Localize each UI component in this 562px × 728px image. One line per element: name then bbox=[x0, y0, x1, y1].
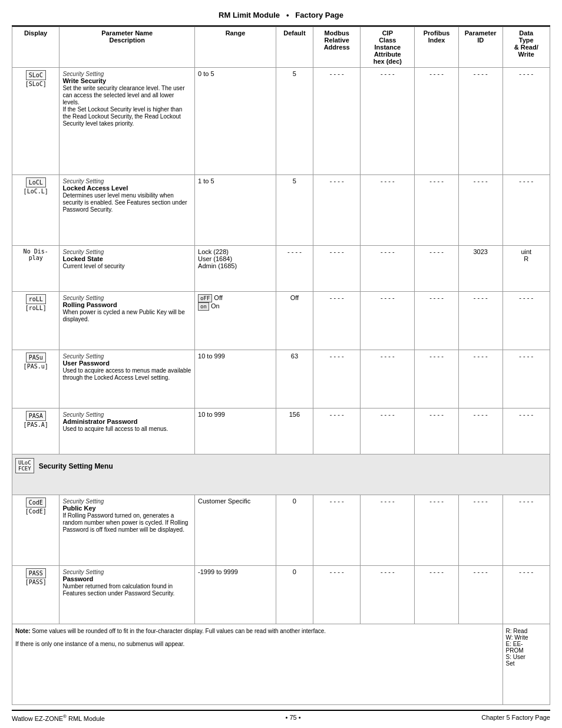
display-cell: PASu [PAS.u] bbox=[15, 353, 56, 370]
param-category: Security Setting bbox=[62, 295, 104, 301]
param-col: Security Setting Password Number returne… bbox=[59, 566, 195, 624]
modbus-col: - - - - bbox=[313, 175, 361, 246]
paramid-col: - - - - bbox=[458, 350, 503, 409]
param-desc: Used to acquire full access to all menus… bbox=[62, 426, 168, 432]
display-bracket: [SLoC] bbox=[25, 81, 47, 87]
param-category: Security Setting bbox=[62, 249, 104, 255]
display-col: No Dis-play bbox=[12, 245, 59, 291]
param-col: Security Setting Rolling Password When p… bbox=[59, 292, 195, 350]
range-col: 0 to 5 bbox=[195, 68, 276, 175]
section-display: ULoCFCEY bbox=[15, 458, 34, 474]
display-col: SLoC [SLoC] bbox=[12, 68, 59, 175]
display-cell: SLoC [SLoC] bbox=[15, 70, 56, 87]
display-box: CodE bbox=[26, 498, 46, 508]
param-category: Security Setting bbox=[62, 71, 104, 77]
header-title: RM Limit Module bbox=[219, 11, 280, 19]
range-col: Lock (228)User (1684)Admin (1685) bbox=[195, 245, 276, 291]
col-header-datatype: DataType& Read/Write bbox=[503, 27, 550, 68]
range-off-box: oFF bbox=[198, 294, 212, 302]
modbus-col: - - - - bbox=[313, 68, 361, 175]
display-bracket: [PAS.u] bbox=[24, 363, 48, 370]
note-cell: Note: Some values will be rounded off to… bbox=[12, 624, 503, 705]
cip-col: - - - - bbox=[361, 245, 415, 291]
footer-center: • 75 • bbox=[286, 714, 301, 722]
col-header-modbus: ModbusRelativeAddress bbox=[313, 27, 361, 68]
display-box: roLL bbox=[26, 294, 46, 304]
cip-col: - - - - bbox=[361, 175, 415, 246]
param-category: Security Setting bbox=[62, 353, 104, 360]
note-line2: If there is only one instance of a menu,… bbox=[15, 641, 500, 647]
footer-left: Watlow EZ-ZONE® RML Module bbox=[12, 714, 105, 722]
display-box: PASu bbox=[26, 353, 46, 363]
profibus-col: - - - - bbox=[415, 175, 459, 246]
param-desc: Determines user level menu visibility wh… bbox=[62, 192, 187, 213]
param-name: Rolling Password bbox=[62, 301, 117, 308]
default-col: - - - - bbox=[276, 245, 313, 291]
col-header-paramid: ParameterID bbox=[458, 27, 503, 68]
param-category: Security Setting bbox=[62, 411, 104, 418]
display-box: PASA bbox=[26, 411, 46, 421]
param-category: Security Setting bbox=[62, 498, 104, 505]
display-bracket: [roLL] bbox=[25, 305, 47, 311]
display-cell: PASA [PAS.A] bbox=[15, 411, 56, 428]
display-box: PASS bbox=[26, 568, 46, 578]
display-cell: CodE [CodE] bbox=[15, 498, 56, 515]
legend-cell: R: ReadW: WriteE: EE-PROMS: UserSet bbox=[503, 624, 550, 705]
param-col: Security Setting Public Key If Rolling P… bbox=[59, 495, 195, 566]
table-row: roLL [roLL] Security Setting Rolling Pas… bbox=[12, 292, 550, 350]
default-col: Off bbox=[276, 292, 313, 350]
table-row: LoCL [LoC.L] Security Setting Locked Acc… bbox=[12, 175, 550, 246]
display-cell: PASS [PASS] bbox=[15, 568, 56, 585]
table-header-row: Display Parameter NameDescription Range … bbox=[12, 27, 550, 68]
param-desc: Used to acquire access to menus made ava… bbox=[62, 367, 191, 381]
table-row: PASu [PAS.u] Security Setting User Passw… bbox=[12, 350, 550, 409]
range-col: 1 to 5 bbox=[195, 175, 276, 246]
range-col: oFF Offon On bbox=[195, 292, 276, 350]
param-name: Public Key bbox=[62, 505, 95, 512]
modbus-col: - - - - bbox=[313, 245, 361, 291]
param-category: Security Setting bbox=[62, 178, 104, 185]
profibus-col: - - - - bbox=[415, 68, 459, 175]
default-col: 63 bbox=[276, 350, 313, 409]
note-line1: Note: Some values will be rounded off to… bbox=[15, 628, 500, 634]
paramid-col: - - - - bbox=[458, 408, 503, 454]
page-header: RM Limit Module • Factory Page bbox=[12, 6, 550, 27]
cip-col: - - - - bbox=[361, 408, 415, 454]
default-col: 156 bbox=[276, 408, 313, 454]
datatype-col: - - - - bbox=[503, 292, 550, 350]
range-col: -1999 to 9999 bbox=[195, 566, 276, 624]
datatype-col: - - - - bbox=[503, 68, 550, 175]
col-header-default: Default bbox=[276, 27, 313, 68]
param-category: Security Setting bbox=[62, 569, 104, 575]
note-row: Note: Some values will be rounded off to… bbox=[12, 624, 550, 705]
param-name: Write Security bbox=[62, 77, 106, 84]
table-row: PASS [PASS] Security Setting Password Nu… bbox=[12, 566, 550, 624]
modbus-col: - - - - bbox=[313, 292, 361, 350]
col-header-param: Parameter NameDescription bbox=[59, 27, 195, 68]
col-header-profibus: ProfibusIndex bbox=[415, 27, 459, 68]
display-cell: No Dis-play bbox=[15, 248, 56, 261]
datatype-col: - - - - bbox=[503, 350, 550, 409]
default-col: 0 bbox=[276, 495, 313, 566]
paramid-col: - - - - bbox=[458, 566, 503, 624]
paramid-col: - - - - bbox=[458, 175, 503, 246]
param-name: Administrator Password bbox=[62, 418, 137, 425]
datatype-col: - - - - bbox=[503, 495, 550, 566]
default-col: 5 bbox=[276, 175, 313, 246]
param-col: Security Setting Locked State Current le… bbox=[59, 245, 195, 291]
datatype-col: uintR bbox=[503, 245, 550, 291]
paramid-col: 3023 bbox=[458, 245, 503, 291]
footer-right: Chapter 5 Factory Page bbox=[481, 714, 550, 722]
param-name: User Password bbox=[62, 360, 109, 367]
profibus-col: - - - - bbox=[415, 408, 459, 454]
cip-col: - - - - bbox=[361, 495, 415, 566]
display-bracket: [CodE] bbox=[25, 508, 47, 515]
param-desc: Number returned from calculation found i… bbox=[62, 583, 174, 597]
page-footer: Watlow EZ-ZONE® RML Module • 75 • Chapte… bbox=[12, 710, 550, 722]
profibus-col: - - - - bbox=[415, 292, 459, 350]
param-desc: Current level of security bbox=[62, 263, 124, 269]
default-col: 0 bbox=[276, 566, 313, 624]
param-desc: When power is cycled a new Public Key wi… bbox=[62, 309, 184, 322]
col-header-cip: CIPClassInstanceAttributehex (dec) bbox=[361, 27, 415, 68]
section-header-cell: ULoCFCEY Security Setting Menu bbox=[12, 454, 550, 495]
